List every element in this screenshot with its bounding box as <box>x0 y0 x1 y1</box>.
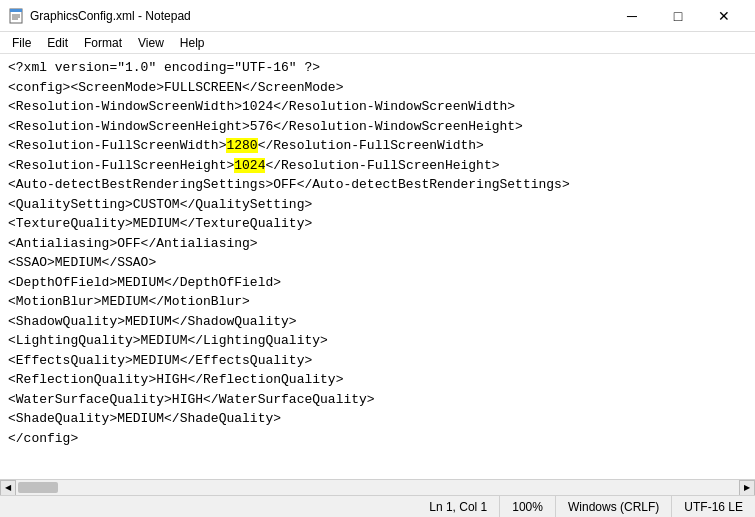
horizontal-scrollbar[interactable]: ◀ ▶ <box>0 479 755 495</box>
scrollbar-track[interactable] <box>16 480 739 495</box>
scroll-left-button[interactable]: ◀ <box>0 480 16 496</box>
menu-view[interactable]: View <box>130 34 172 52</box>
maximize-button[interactable]: □ <box>655 0 701 32</box>
highlight-1280: 1280 <box>226 138 257 153</box>
minimize-button[interactable]: ─ <box>609 0 655 32</box>
app-icon <box>8 8 24 24</box>
scrollbar-thumb[interactable] <box>18 482 58 493</box>
title-bar: GraphicsConfig.xml - Notepad ─ □ ✕ <box>0 0 755 32</box>
menu-edit[interactable]: Edit <box>39 34 76 52</box>
menu-help[interactable]: Help <box>172 34 213 52</box>
highlight-1024: 1024 <box>234 158 265 173</box>
menu-file[interactable]: File <box>4 34 39 52</box>
status-bar: Ln 1, Col 1 100% Windows (CRLF) UTF-16 L… <box>0 495 755 517</box>
svg-rect-1 <box>10 9 22 12</box>
menu-format[interactable]: Format <box>76 34 130 52</box>
scroll-right-button[interactable]: ▶ <box>739 480 755 496</box>
line-0: <?xml version="1.0" encoding="UTF-16" ?>… <box>8 60 570 446</box>
menu-bar: File Edit Format View Help <box>0 32 755 54</box>
status-zoom: 100% <box>500 496 556 517</box>
status-position: Ln 1, Col 1 <box>417 496 500 517</box>
window-controls: ─ □ ✕ <box>609 0 747 32</box>
status-line-ending: Windows (CRLF) <box>556 496 672 517</box>
status-encoding: UTF-16 LE <box>672 496 755 517</box>
close-button[interactable]: ✕ <box>701 0 747 32</box>
editor-content: <?xml version="1.0" encoding="UTF-16" ?>… <box>8 58 747 448</box>
window-title: GraphicsConfig.xml - Notepad <box>30 9 609 23</box>
editor-area[interactable]: <?xml version="1.0" encoding="UTF-16" ?>… <box>0 54 755 479</box>
